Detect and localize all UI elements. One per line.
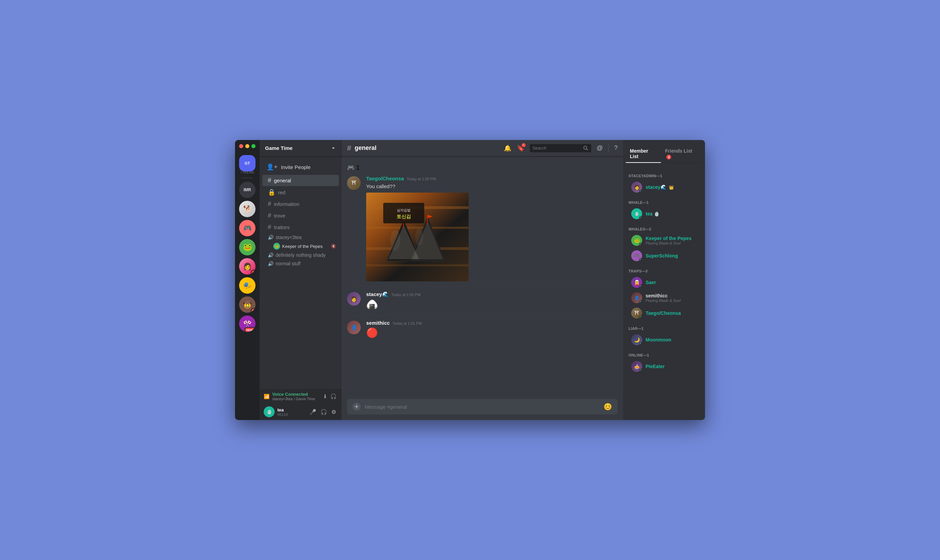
member-name-moonmoon: Moonmoon	[646, 337, 700, 343]
member-item-superschlong[interactable]: 🎮 SuperSchlong	[626, 248, 702, 263]
voice-headset-button[interactable]: 🎧	[329, 393, 337, 400]
avatar-taego: ⛩	[347, 176, 361, 190]
user-panel: 🍵 tea #0110 🎤 🎧 ⚙	[260, 404, 342, 420]
svg-point-19	[415, 228, 423, 246]
member-list-tabs: Member List Friends List 3	[626, 145, 702, 163]
message-input[interactable]	[365, 404, 600, 410]
member-info-saer: Saer	[646, 280, 700, 285]
user-name: tea	[277, 408, 288, 412]
main-area: # general 🔔 🔖 ! Search	[342, 140, 623, 420]
microphone-button[interactable]: 🎤	[308, 408, 318, 416]
member-status-saer	[639, 285, 642, 288]
notification-bell-icon[interactable]: 🔔	[504, 145, 511, 152]
maximize-button[interactable]	[251, 144, 255, 148]
member-status-pieeater	[639, 369, 642, 372]
tab-friends-list[interactable]: Friends List 3	[661, 145, 702, 163]
member-item-moonmoon[interactable]: 🌙 Moonmoon	[626, 332, 702, 347]
voice-channel-normal[interactable]: 🔊 normal stuff	[262, 260, 339, 268]
server-icon-cat[interactable]: 🎮	[239, 220, 255, 236]
server-icon-yellow[interactable]: 🎭	[239, 277, 255, 294]
member-item-saer[interactable]: 🧝 Saer	[626, 275, 702, 290]
member-avatar-pieeater: 🥧	[631, 361, 642, 372]
channel-item-trove[interactable]: # trove	[262, 210, 339, 221]
member-item-stacey[interactable]: 👩 stacey🌊 👑	[626, 180, 702, 195]
avatar-stacey: 👩	[347, 292, 361, 306]
member-item-taego[interactable]: ⛩ Taego/Cheonsa	[626, 306, 702, 321]
member-name-tea: tea 🍵	[646, 211, 700, 217]
section-header-traps: TRAPS—3	[623, 264, 705, 275]
minimize-button[interactable]	[245, 144, 249, 148]
member-item-pieeater[interactable]: 🥧 PieEater	[626, 359, 702, 374]
search-bar[interactable]: Search	[530, 144, 591, 152]
svg-rect-4	[366, 227, 469, 229]
emoji-picker-button[interactable]: 😊	[603, 403, 612, 411]
close-button[interactable]	[239, 144, 243, 148]
channel-item-information[interactable]: # information	[262, 198, 339, 210]
member-avatar-semithicc: 👤	[631, 292, 642, 303]
message-content-3: semithicc Today at 1:01 PM 🔴	[366, 320, 618, 338]
server-icon-imr[interactable]: IMR	[239, 182, 255, 198]
voice-channel-normal-name: normal stuff	[275, 261, 301, 266]
channel-name-red: red	[278, 189, 286, 195]
server-icon-dog[interactable]: 🐕	[239, 201, 255, 217]
channel-item-traitors[interactable]: # traitors	[262, 222, 339, 233]
member-name-semithicc: semithicc	[646, 293, 700, 298]
member-item-semithicc[interactable]: 👤 semithicc Playing Blade & Soul	[626, 290, 702, 305]
invite-people-button[interactable]: 👤+ Invite People	[262, 160, 339, 174]
mention-icon[interactable]: @	[597, 145, 603, 152]
voice-channel-shady-name: definitely nothing shady	[275, 252, 326, 258]
channel-name-general: general	[274, 178, 291, 183]
member-item-keeper[interactable]: 🐸 Keeper of the Pepes Playing Blade & So…	[626, 233, 702, 248]
friends-badge: 3	[666, 155, 671, 160]
member-item-tea[interactable]: 🍵 tea 🍵	[626, 206, 702, 221]
voice-channel-name: stacey<3tea	[275, 235, 302, 240]
member-avatar-stacey: 👩	[631, 182, 642, 192]
section-header-staceyadmin: STACEYADMIN—1	[623, 168, 705, 179]
mute-icon: 🔇	[331, 244, 336, 249]
member-name-superschlong: SuperSchlong	[646, 253, 700, 258]
hash-icon: #	[268, 177, 271, 184]
voice-channel-shady[interactable]: 🔊 definitely nothing shady	[262, 251, 339, 259]
member-avatar-superschlong: 🎮	[631, 250, 642, 261]
server-icon-anime[interactable]: 🎌 NEW↓	[239, 315, 255, 332]
message-author-1: Taego/Cheonsa	[366, 175, 404, 181]
section-header-online: ONLINE—1	[623, 348, 705, 358]
message-group-1: ⛩ Taego/Cheonsa Today at 1:00 PM You cal…	[342, 174, 623, 283]
voice-sub-user-keeper[interactable]: 🐸 Keeper of the Pepes 🔇	[262, 242, 339, 251]
message-group-3: 👤 semithicc Today at 1:01 PM 🔴	[342, 318, 623, 340]
svg-line-1	[586, 149, 588, 150]
food-image-svg: 삼각김밥 토신김	[366, 192, 469, 282]
bookmark-icon[interactable]: 🔖 !	[517, 145, 524, 152]
help-icon[interactable]: ?	[614, 145, 618, 152]
server-badge-new: NEW↓	[244, 327, 255, 332]
voice-channel-stacey3tea[interactable]: 🔊 stacey<3tea	[262, 233, 339, 242]
voice-info-button[interactable]: ℹ	[323, 393, 327, 400]
channel-item-general[interactable]: # general	[262, 175, 339, 186]
member-name-keeper: Keeper of the Pepes	[646, 235, 700, 241]
server-name-bar[interactable]: Game Time	[260, 140, 342, 156]
member-subtext-semithicc: Playing Blade & Soul	[646, 298, 700, 303]
korean-food-photo: 삼각김밥 토신김	[366, 192, 469, 282]
crown-icon: 👑	[669, 185, 674, 190]
section-header-whale1: WHALE—1	[623, 195, 705, 206]
bookmark-badge: !	[522, 143, 526, 147]
server-icon-gametime[interactable]: GT	[239, 155, 255, 171]
svg-rect-15	[383, 203, 424, 223]
voice-connected-bar: 📶 Voice Connected stacey<3tea / Game Tim…	[260, 389, 342, 404]
member-info-moonmoon: Moonmoon	[646, 337, 700, 343]
search-icon	[583, 145, 589, 151]
settings-button[interactable]: ⚙	[330, 408, 337, 416]
add-attachment-button[interactable]: +	[352, 403, 361, 411]
message-timestamp-1: Today at 1:00 PM	[407, 177, 436, 181]
server-icon-pepe[interactable]: 🐸	[239, 239, 255, 255]
channel-name-traitors: traitors	[274, 225, 290, 230]
speaker-icon-3: 🔊	[268, 261, 274, 266]
message-input-area: + 😊	[342, 399, 623, 420]
headphones-button[interactable]: 🎧	[319, 408, 329, 416]
channel-item-red[interactable]: 🔒 red	[262, 186, 339, 198]
message-input-box: + 😊	[347, 399, 618, 415]
server-icon-girl[interactable]: 👩 4	[239, 258, 255, 275]
tab-member-list[interactable]: Member List	[626, 145, 661, 163]
avatar-semithicc: 👤	[347, 321, 361, 334]
server-icon-hat[interactable]: 🤠 2	[239, 296, 255, 313]
